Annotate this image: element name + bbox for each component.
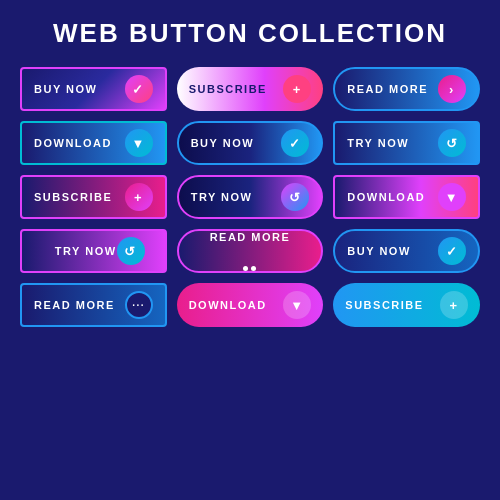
check-icon-2: ✓ <box>281 129 309 157</box>
try-now-button-2[interactable]: TRY NOW ↺ <box>177 175 324 219</box>
buy-now-button-3[interactable]: BUY NOW ✓ <box>333 229 480 273</box>
plus-icon-1: + <box>283 75 311 103</box>
page-title: WEB BUTTON COLLECTION <box>53 18 447 49</box>
arrow-right-icon-1: › <box>438 75 466 103</box>
read-more-label-3: READ MORE <box>34 299 117 311</box>
subscribe-button-3[interactable]: SUBSCRIBE + <box>333 283 480 327</box>
check-icon-3: ✓ <box>438 237 466 265</box>
read-more-button-1[interactable]: READ MORE › <box>333 67 480 111</box>
subscribe-label-3: SUBSCRIBE <box>345 299 432 311</box>
try-now-label-2: TRY NOW <box>191 191 274 203</box>
download-label-2: DOWNLOAD <box>347 191 430 203</box>
buy-now-label-3: BUY NOW <box>347 245 430 257</box>
try-now-label-1: TRY NOW <box>347 137 430 149</box>
refresh-icon-1: ↺ <box>438 129 466 157</box>
try-now-button-1[interactable]: TRY NOW ↺ <box>333 121 480 165</box>
download-button-2[interactable]: DOWNLOAD ▼ <box>333 175 480 219</box>
buy-now-label-1: BUY NOW <box>34 83 117 95</box>
dots-icon <box>243 266 256 271</box>
subscribe-button-1[interactable]: SUBSCRIBE + <box>177 67 324 111</box>
download-icon-2: ▼ <box>438 183 466 211</box>
download-label-1: DOWNLOAD <box>34 137 117 149</box>
button-grid: BUY NOW ✓ SUBSCRIBE + READ MORE › DOWNLO… <box>20 67 480 327</box>
buy-now-button-1[interactable]: BUY NOW ✓ <box>20 67 167 111</box>
read-more-label-2: READ MORE <box>210 231 291 262</box>
download-label-3: DOWNLOAD <box>189 299 276 311</box>
plus-icon-2: + <box>125 183 153 211</box>
try-now-label-3: TRY NOW <box>34 245 117 257</box>
subscribe-button-2[interactable]: SUBSCRIBE + <box>20 175 167 219</box>
refresh-icon-2: ↺ <box>281 183 309 211</box>
download-icon-3: ▼ <box>283 291 311 319</box>
read-more-button-2[interactable]: READ MORE <box>177 229 324 273</box>
subscribe-label-1: SUBSCRIBE <box>189 83 276 95</box>
read-more-button-3[interactable]: READ MORE ··· <box>20 283 167 327</box>
download-icon-1: ▼ <box>125 129 153 157</box>
try-now-button-3[interactable]: ↺ TRY NOW <box>20 229 167 273</box>
subscribe-label-2: SUBSCRIBE <box>34 191 117 203</box>
download-button-1[interactable]: DOWNLOAD ▼ <box>20 121 167 165</box>
read-more-label-1: READ MORE <box>347 83 430 95</box>
buy-now-button-2[interactable]: BUY NOW ✓ <box>177 121 324 165</box>
download-button-3[interactable]: DOWNLOAD ▼ <box>177 283 324 327</box>
refresh-icon-3: ↺ <box>117 237 145 265</box>
check-icon-1: ✓ <box>125 75 153 103</box>
buy-now-label-2: BUY NOW <box>191 137 274 149</box>
dots-icon-2: ··· <box>125 291 153 319</box>
plus-icon-3: + <box>440 291 468 319</box>
